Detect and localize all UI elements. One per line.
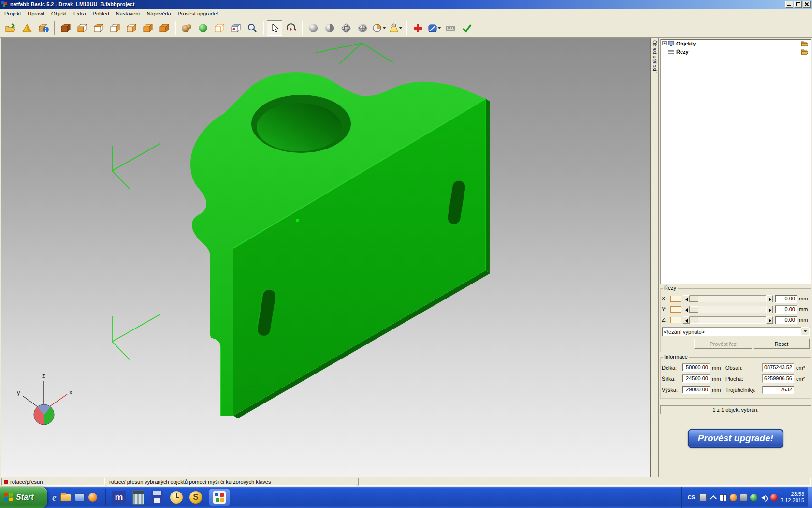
titlebar[interactable]: netfabb Basic 5.2 - Drzak_LM10UU_B.fabbp… [0, 0, 812, 9]
maximize-button[interactable] [794, 1, 802, 8]
model-drzak-lm10uu[interactable] [190, 72, 490, 418]
apply-check-button[interactable] [459, 20, 475, 36]
ie-icon[interactable]: e [52, 492, 57, 503]
upgrade-button[interactable]: Provést upgrade! [688, 429, 783, 448]
app-m-icon[interactable]: m [112, 491, 126, 504]
zoom-to-fit-button[interactable] [245, 20, 260, 36]
minimize-button[interactable] [785, 1, 793, 8]
z-slider-right-arrow[interactable] [766, 316, 773, 324]
menu-upravit[interactable]: Upravit [24, 10, 48, 17]
height-field[interactable]: 29000.00 [682, 386, 710, 394]
start-button[interactable]: Start [0, 487, 47, 508]
netfabb-taskbar-button[interactable] [209, 489, 230, 506]
tray-grid-icon[interactable] [720, 494, 727, 501]
reset-button[interactable]: Reset [754, 339, 810, 349]
x-plane-swatch[interactable] [670, 296, 681, 302]
platform-box-button[interactable] [228, 20, 244, 36]
open-project-button[interactable] [3, 20, 18, 36]
z-slider-thumb[interactable] [690, 317, 698, 323]
volume-field[interactable]: 0875243.52 [762, 363, 794, 372]
measure-tool-button[interactable] [443, 20, 458, 36]
view-bottom-button[interactable] [157, 20, 172, 36]
shading-solid-button[interactable] [305, 20, 321, 36]
tray-hide-icons-chevron[interactable] [710, 494, 717, 501]
view-left-button[interactable] [107, 20, 123, 36]
menu-nastaveni[interactable]: Nastavení [113, 10, 144, 17]
language-indicator[interactable]: CS [686, 494, 696, 500]
lighting-dropdown-arrow[interactable] [399, 27, 403, 29]
events-panel-tab[interactable]: Oblast událostí [651, 38, 659, 477]
cut-tool-dropdown-arrow[interactable] [437, 27, 441, 29]
calculator-icon[interactable] [132, 490, 144, 505]
tree-expander-icon[interactable]: + [662, 41, 667, 45]
open-folder-icon[interactable] [801, 48, 809, 55]
add-object-button[interactable] [410, 20, 425, 36]
app-s-icon[interactable]: S [189, 491, 202, 504]
tree-item-rezy[interactable]: Řezy [661, 47, 811, 56]
shading-half-button[interactable] [322, 20, 337, 36]
y-slider-track[interactable] [690, 306, 766, 313]
tray-printer-icon[interactable] [699, 494, 707, 501]
new-part-button[interactable] [195, 20, 211, 36]
menu-objekt[interactable]: Objekt [48, 10, 70, 17]
open-folder-icon[interactable] [801, 40, 809, 46]
repair-part-button[interactable] [179, 20, 194, 36]
length-field[interactable]: 50000.00 [682, 363, 710, 372]
clock-app-icon[interactable] [170, 491, 183, 504]
select-tool-button[interactable] [267, 20, 282, 36]
z-plane-swatch[interactable] [670, 317, 681, 323]
add-part-button[interactable] [19, 20, 35, 36]
triangles-field[interactable]: 7632 [762, 386, 794, 394]
execute-cut-button[interactable]: Provést řez [694, 339, 752, 349]
cut-tool-button[interactable] [426, 20, 442, 36]
area-field[interactable]: 6259906.56 [762, 374, 794, 383]
shading-mesh-button[interactable] [355, 20, 370, 36]
view-top-button[interactable] [140, 20, 156, 36]
x-slider-track[interactable] [690, 295, 766, 302]
z-slider[interactable] [683, 316, 773, 324]
y-value-field[interactable]: 0.00 [775, 305, 797, 314]
z-value-field[interactable]: 0.00 [775, 316, 797, 324]
lighting-button[interactable] [388, 20, 403, 36]
folder-icon[interactable] [60, 494, 71, 501]
bounding-box-button[interactable] [212, 20, 227, 36]
tray-alert-icon[interactable] [770, 494, 778, 501]
view-isometric-button[interactable] [58, 20, 73, 36]
z-slider-track[interactable] [690, 316, 766, 324]
cut-mode-select[interactable]: <řezání vypnuto> [662, 327, 810, 336]
y-plane-swatch[interactable] [670, 306, 681, 313]
tray-device-icon[interactable] [740, 494, 747, 501]
view-right-button[interactable] [124, 20, 139, 36]
show-desktop-strip[interactable] [808, 487, 812, 508]
z-slider-left-arrow[interactable] [683, 316, 690, 324]
tray-volume-icon[interactable] [760, 494, 768, 501]
window-icon[interactable] [75, 493, 85, 501]
cut-mode-dropdown-button[interactable] [801, 327, 809, 335]
save-disk-icon[interactable] [151, 491, 163, 504]
media-player-icon[interactable] [88, 493, 97, 502]
y-slider[interactable] [683, 306, 773, 313]
rotate-tool-button[interactable] [283, 20, 299, 36]
menu-napoveda[interactable]: Nápověda [143, 10, 174, 17]
tray-clock[interactable]: 23:53 7.12.2015 [781, 491, 805, 504]
tray-shield-icon[interactable] [750, 494, 757, 501]
menu-projekt[interactable]: Projekt [1, 10, 24, 17]
y-slider-thumb[interactable] [690, 306, 698, 313]
x-slider-left-arrow[interactable] [683, 295, 690, 302]
width-field[interactable]: 24500.00 [682, 374, 710, 383]
view-front-button[interactable] [74, 20, 90, 36]
slice-view-dropdown-arrow[interactable] [382, 27, 386, 29]
x-slider-right-arrow[interactable] [766, 295, 773, 302]
view-back-button[interactable] [91, 20, 106, 36]
close-button[interactable] [803, 1, 811, 8]
project-info-button[interactable] [36, 20, 51, 36]
menu-upgrade[interactable]: Provést upgrade! [174, 10, 222, 17]
y-slider-right-arrow[interactable] [766, 306, 773, 313]
y-slider-left-arrow[interactable] [683, 306, 690, 313]
menu-extra[interactable]: Extra [70, 10, 89, 17]
x-slider[interactable] [683, 295, 773, 302]
tree-item-objekty[interactable]: + Objekty [661, 39, 811, 47]
shading-wireframe-button[interactable] [338, 20, 354, 36]
x-value-field[interactable]: 0.00 [775, 295, 797, 303]
menu-pohled[interactable]: Pohled [89, 10, 113, 17]
